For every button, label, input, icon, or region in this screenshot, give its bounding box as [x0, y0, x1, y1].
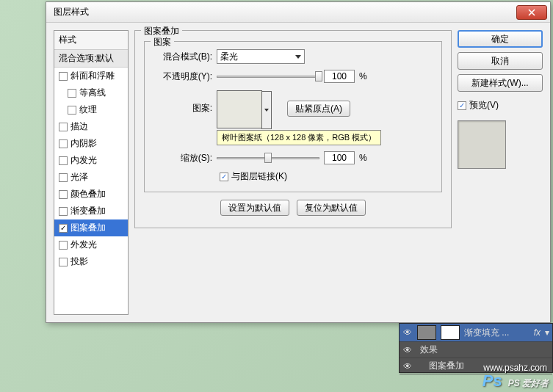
style-label: 渐变叠加 [71, 205, 106, 217]
style-item-6[interactable]: 光泽 [54, 169, 128, 186]
style-checkbox[interactable] [59, 72, 68, 81]
style-item-0[interactable]: 斜面和浮雕 [54, 68, 128, 84]
style-item-5[interactable]: 内发光 [54, 152, 128, 169]
new-style-button[interactable]: 新建样式(W)... [458, 74, 543, 92]
opacity-slider[interactable] [217, 76, 319, 78]
right-panel: 确定 取消 新建样式(W)... 预览(V) [458, 30, 543, 315]
style-item-9[interactable]: 图案叠加 [54, 219, 128, 236]
layer-row-gradient-fill[interactable]: 👁 渐变填充 ... fx ▾ [400, 324, 552, 342]
style-label: 外发光 [71, 239, 97, 251]
opacity-input[interactable] [324, 70, 355, 83]
effect-label: 图案叠加 [429, 360, 464, 372]
layer-thumbnail [417, 325, 436, 340]
effects-label: 效果 [420, 344, 438, 356]
style-checkbox[interactable] [68, 106, 76, 115]
visibility-icon[interactable]: 👁 [402, 327, 413, 338]
style-item-11[interactable]: 投影 [54, 253, 128, 270]
link-layer-label: 与图层链接(K) [231, 170, 287, 183]
pattern-dropdown[interactable] [261, 91, 272, 129]
pattern-label: 图案: [153, 90, 212, 115]
opacity-label: 不透明度(Y): [153, 70, 212, 83]
titlebar: 图层样式 [46, 2, 550, 23]
style-checkbox[interactable] [59, 156, 68, 165]
style-checkbox[interactable] [59, 139, 68, 148]
style-label: 等高线 [79, 87, 106, 99]
style-label: 图案叠加 [71, 222, 106, 234]
style-checkbox[interactable] [59, 173, 68, 182]
chevron-down-icon [295, 55, 301, 59]
style-item-10[interactable]: 外发光 [54, 236, 128, 253]
preview-checkbox[interactable] [458, 101, 466, 110]
style-checkbox[interactable] [59, 241, 68, 250]
watermark: Ps PS 爱好者 [482, 371, 549, 391]
chevron-down-icon[interactable]: ▾ [545, 327, 549, 338]
pattern-overlay-section: 图案叠加 图案 混合模式(B): 柔光 不透明度(Y): [134, 30, 452, 228]
pattern-swatch[interactable] [217, 90, 262, 128]
style-label: 斜面和浮雕 [71, 70, 115, 82]
styles-panel: 样式 混合选项:默认 斜面和浮雕等高线纹理描边内阴影内发光光泽颜色叠加渐变叠加图… [54, 30, 129, 315]
blend-mode-label: 混合模式(B): [153, 51, 212, 63]
center-panel: 图案叠加 图案 混合模式(B): 柔光 不透明度(Y): [134, 30, 452, 315]
style-checkbox[interactable] [59, 258, 68, 266]
scale-slider[interactable] [217, 157, 319, 159]
chevron-down-icon [264, 109, 269, 112]
style-checkbox[interactable] [59, 224, 68, 233]
style-label: 内阴影 [71, 137, 97, 150]
cancel-button[interactable]: 取消 [458, 52, 543, 70]
style-item-3[interactable]: 描边 [54, 118, 128, 135]
style-item-8[interactable]: 渐变叠加 [54, 203, 128, 219]
scale-label: 缩放(S): [153, 152, 212, 164]
group-title: 图案 [151, 36, 174, 48]
ok-button[interactable]: 确定 [458, 30, 543, 48]
style-item-2[interactable]: 纹理 [54, 101, 128, 118]
close-icon [528, 9, 535, 16]
preview-label: 预览(V) [469, 99, 499, 112]
style-item-1[interactable]: 等高线 [54, 84, 128, 101]
close-button[interactable] [516, 5, 547, 20]
pattern-group: 图案 混合模式(B): 柔光 不透明度(Y): % [144, 41, 442, 192]
style-checkbox[interactable] [68, 89, 76, 98]
styles-header: 样式 [54, 31, 128, 50]
layer-name: 渐变填充 ... [464, 327, 509, 339]
style-checkbox[interactable] [59, 190, 68, 199]
layer-style-dialog: 图层样式 样式 混合选项:默认 斜面和浮雕等高线纹理描边内阴影内发光光泽颜色叠加… [46, 1, 551, 323]
style-item-7[interactable]: 颜色叠加 [54, 186, 128, 203]
style-label: 描边 [71, 120, 88, 133]
blend-options-item[interactable]: 混合选项:默认 [54, 50, 128, 68]
style-label: 内发光 [71, 154, 97, 167]
fx-badge[interactable]: fx [534, 327, 541, 338]
scale-input[interactable] [324, 151, 355, 164]
visibility-icon[interactable]: 👁 [402, 361, 413, 371]
layer-effects-row[interactable]: 👁 效果 [400, 342, 552, 358]
style-label: 颜色叠加 [71, 188, 106, 200]
visibility-icon[interactable]: 👁 [402, 345, 413, 355]
blend-mode-select[interactable]: 柔光 [217, 49, 305, 64]
preview-thumbnail [458, 120, 506, 169]
link-layer-checkbox[interactable] [220, 173, 228, 181]
style-label: 投影 [71, 255, 88, 268]
make-default-button[interactable]: 设置为默认值 [220, 200, 289, 216]
reset-default-button[interactable]: 复位为默认值 [297, 200, 366, 216]
style-item-4[interactable]: 内阴影 [54, 135, 128, 152]
layer-mask-thumbnail [441, 325, 460, 340]
style-label: 光泽 [71, 171, 88, 184]
pattern-tooltip: 树叶图案纸（128 x 128 像素，RGB 模式） [217, 130, 381, 145]
style-label: 纹理 [79, 104, 97, 116]
style-checkbox[interactable] [59, 207, 68, 216]
snap-origin-button[interactable]: 贴紧原点(A) [287, 101, 350, 117]
dialog-title: 图层样式 [54, 6, 89, 18]
style-checkbox[interactable] [59, 123, 68, 131]
